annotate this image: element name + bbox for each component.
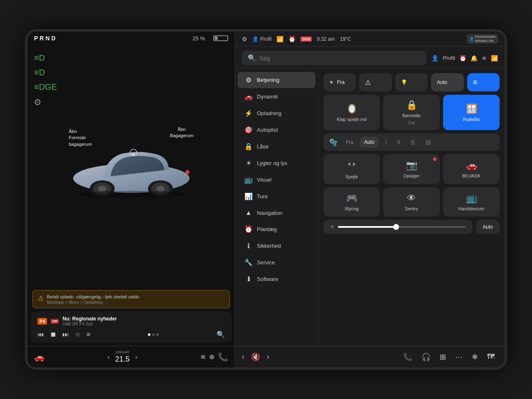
media-dot-3 [156, 333, 159, 336]
right-panel: ⚙ 👤 Profil 📶 ⏰ SOS 9.32 am 19°C 👤 PASSEN… [235, 32, 505, 367]
search-media-button[interactable]: 🔍 [217, 330, 225, 338]
search-input[interactable] [259, 55, 421, 62]
nav-service-icon: 🔧 [244, 259, 253, 266]
temp-decrease-button[interactable]: ‹ [108, 354, 110, 360]
child-lock-btn[interactable]: 🔒 Børnelås Fra [383, 95, 440, 130]
styring-btn[interactable]: 🎮 Styring [323, 187, 380, 217]
wiper-1-btn[interactable]: I [381, 137, 391, 148]
sync-icon[interactable]: ⊕ [209, 353, 214, 361]
media-dot-1 [148, 333, 150, 336]
fog-btn[interactable]: 💡 [395, 73, 428, 91]
screen-bezel: PRND 25 % ≡D ≡D ≡DGE ⊙ [25, 29, 507, 370]
map-taskbar-icon[interactable]: 🗺 [484, 351, 498, 363]
svg-point-6 [156, 186, 165, 192]
auto-light-btn[interactable]: Auto [431, 73, 463, 91]
battery-percentage: 25 % [192, 35, 205, 42]
nav-planlaeg[interactable]: ⏰ Planlæg [238, 221, 315, 237]
sentry-icon: 👁 [407, 193, 416, 204]
volume-off-icon[interactable]: 🔇 [251, 352, 260, 362]
temp-increase-button[interactable]: › [135, 354, 138, 360]
wiper-auto-btn[interactable]: Auto [360, 137, 379, 148]
bilvask-icon: 🚗 [466, 160, 477, 171]
sentry-btn[interactable]: 👁 Sentry [383, 187, 440, 217]
next-button[interactable]: ⏭ [62, 331, 69, 338]
equalizer-button[interactable]: ≡ [86, 331, 90, 338]
brightness-icon: ☀ [330, 224, 335, 230]
prev-nav-icon[interactable]: ‹ [242, 352, 244, 361]
brightness-auto-btn[interactable]: Auto [476, 220, 500, 234]
nav-visuel-label: Visuel [257, 177, 271, 183]
stop-button[interactable]: ⏹ [50, 331, 57, 338]
highbeam-btn[interactable]: ≡ [467, 73, 500, 91]
car-status-icon[interactable]: 🚗 [34, 352, 44, 362]
prev-button[interactable]: ⏮ [37, 331, 44, 338]
bluetooth-header-icon[interactable]: ✳ [482, 55, 487, 62]
hazard-edge-icon[interactable]: ≡DGE [34, 82, 57, 92]
fan-taskbar-icon[interactable]: ❄ [468, 351, 481, 363]
optager-btn[interactable]: 📷 Optager [383, 154, 440, 184]
wiper-fra-btn[interactable]: Fra [342, 137, 357, 148]
spejle-btn[interactable]: Spejle [323, 154, 380, 184]
warning-box: ⚠ Betalt opladn. utilgængelig - tjek ube… [32, 290, 230, 308]
nav-laase[interactable]: 🔒 Låse [238, 138, 315, 155]
bilvask-btn[interactable]: 🚗 BILVASK [443, 154, 500, 184]
wifi-icon-header: 📶 [276, 36, 283, 42]
window-lock-btn[interactable]: 🪟 Rudelås [443, 95, 500, 130]
nav-dynamik-icon: 🚗 [244, 93, 253, 101]
search-icon: 🔍 [248, 54, 256, 62]
brightness-slider[interactable]: ☀ [323, 220, 473, 234]
nav-opladning[interactable]: ⚡ Opladning [238, 105, 315, 121]
search-box[interactable]: 🔍 [242, 51, 426, 65]
profile-label[interactable]: 👤 Profil [252, 36, 271, 42]
wifi-header-icon: 📶 [491, 55, 498, 62]
slider-thumb[interactable] [393, 224, 399, 230]
fold-mirrors-btn[interactable]: 🪞 Klap spejle ind [323, 95, 380, 130]
nav-software[interactable]: ⬇ Software [238, 271, 315, 287]
nav-visuel-icon: 📺 [244, 176, 253, 184]
warning-text: Betalt opladn. utilgængelig - tjek ubeta… [47, 294, 139, 300]
slider-track[interactable] [338, 226, 466, 228]
phone-taskbar-icon[interactable]: 📞 [400, 351, 416, 363]
nav-service[interactable]: 🔧 Service [238, 254, 315, 271]
heat-icon[interactable]: ≋ [200, 353, 206, 361]
hazard-btn[interactable]: ⚠ [359, 73, 392, 91]
fog-icon: 💡 [401, 79, 407, 85]
wiper-control-row: 🫧 Fra Auto I II ||| |||| [323, 133, 500, 151]
settings-icon-header: ⚙ [242, 36, 247, 42]
left-panel: PRND 25 % ≡D ≡D ≡DGE ⊙ [27, 32, 235, 367]
phone-button[interactable]: 📞 [218, 352, 228, 362]
nav-visuel[interactable]: 📺 Visuel [238, 172, 315, 188]
nav-ture[interactable]: 📊 Ture [238, 188, 315, 204]
nav-sikkerhed[interactable]: ℹ Sikkerhed [238, 238, 315, 254]
dots-taskbar-icon[interactable]: ⋯ [452, 351, 466, 363]
nav-betjening[interactable]: ⚙ Betjening [238, 72, 315, 88]
favorite-button[interactable]: ☆ [75, 330, 81, 338]
media-info: Nu: Regionale nyheder DAB DR P4 Syd [62, 316, 117, 326]
nav-autopilot[interactable]: 🎯 Autopilot [238, 122, 315, 138]
temp-control: ‹ Manuelt 21.5 › [48, 350, 197, 364]
svg-point-7 [185, 170, 190, 174]
car-svg [65, 124, 198, 207]
tire-icon[interactable]: ⊙ [34, 97, 57, 107]
wiper-2-btn[interactable]: II [393, 137, 404, 148]
wiper-3-btn[interactable]: ||| [407, 137, 419, 148]
bell-header-icon[interactable]: 🔔 [470, 55, 478, 62]
search-area: 🔍 👤 Profil ⏰ 🔔 ✳ 📶 [235, 47, 505, 68]
nav-dynamik[interactable]: 🚗 Dynamik [238, 89, 315, 105]
headlight-high-icon[interactable]: ≡D [34, 53, 57, 63]
grid-taskbar-icon[interactable]: ⊞ [436, 351, 449, 363]
wiper-4-btn[interactable]: |||| [421, 137, 435, 148]
next-nav-icon[interactable]: › [267, 352, 269, 361]
window-lock-icon: 🪟 [466, 103, 477, 114]
optager-icon: 📷 [406, 160, 417, 171]
profile-header-icon[interactable]: 👤 [431, 55, 438, 62]
profile-header-label[interactable]: Profil [443, 55, 455, 61]
nav-navigation[interactable]: ▲ Navigation [238, 205, 315, 221]
helmet-taskbar-icon[interactable]: 🎧 [418, 351, 434, 363]
wiper-icon: 🫧 [329, 138, 337, 146]
nav-lygter[interactable]: ☀ Lygter og lys [238, 155, 315, 171]
headlight-low-icon[interactable]: ≡D [34, 68, 57, 77]
handskerum-btn[interactable]: 📺 Handskerum [443, 187, 500, 217]
warning-content: Betalt opladn. utilgængelig - tjek ubeta… [47, 294, 139, 305]
lights-fra-btn[interactable]: ☀ Fra [323, 73, 356, 91]
